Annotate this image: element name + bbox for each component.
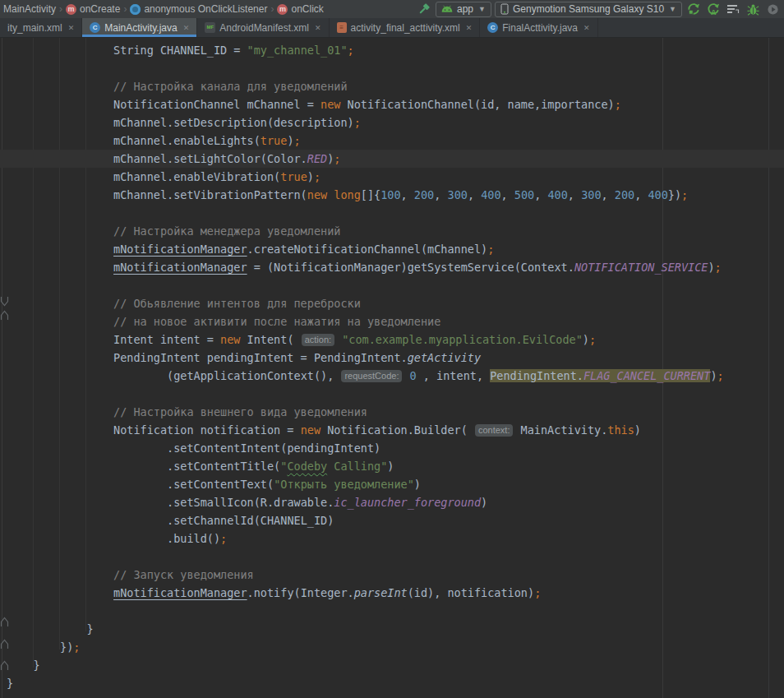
code-line: });: [0, 638, 784, 656]
code-token: .setContentText(: [167, 478, 274, 491]
code-line: [0, 548, 784, 566]
device-label: Genymotion Samsung Galaxy S10: [513, 3, 664, 15]
code-token: PendingIntent.: [490, 369, 583, 382]
code-line: .build();: [0, 529, 784, 548]
code-token: .createNotificationChannel(mChannel): [247, 243, 488, 256]
code-token: // Обьявление интентов для переброски: [113, 297, 361, 310]
code-token: .build(): [167, 532, 220, 545]
code-token: // Настройка канала для уведомлений: [113, 80, 347, 93]
run-configuration-dropdown[interactable]: app ▼: [436, 2, 491, 17]
code-token: NotificationChannel mChannel =: [113, 98, 321, 111]
code-token: ;: [717, 369, 724, 382]
code-token: PendingIntent pendingIntent = PendingInt…: [113, 351, 408, 364]
close-icon[interactable]: ✕: [583, 24, 590, 32]
code-token: .setSmallIcon(R.drawable.: [167, 496, 334, 509]
breadcrumb-item-oncreate[interactable]: monCreate: [66, 3, 120, 15]
code-token: ,: [602, 188, 615, 201]
tab-label: MainActivity.java: [104, 22, 177, 34]
code-token: mNotificationManager: [113, 586, 247, 599]
breadcrumb-label: MainActivity: [3, 3, 56, 15]
device-dropdown[interactable]: Genymotion Samsung Galaxy S10 ▼: [495, 2, 682, 17]
breadcrumb-separator-icon: ›: [270, 3, 274, 15]
apply-code-changes-button[interactable]: A: [705, 2, 722, 17]
code-token: ): [287, 134, 293, 147]
code-token: []{: [361, 188, 380, 201]
java-class-icon: C: [90, 22, 100, 33]
code-line: mChannel.enableVibration(true);: [0, 168, 784, 186]
code-token: 300: [448, 188, 468, 201]
code-line: }: [0, 674, 784, 692]
close-icon[interactable]: ✕: [183, 24, 190, 32]
layout-xml-file-icon: ≡: [337, 22, 347, 33]
code-token: String CHANNEL_ID =: [113, 44, 247, 57]
build-hammer-button[interactable]: [416, 2, 432, 17]
code-token: MainActivity.: [514, 423, 607, 437]
android-studio-window: { "breadcrumb": { "items": [ {"label": "…: [0, 0, 784, 698]
breadcrumb-item-mainactivity[interactable]: MainActivity: [3, 3, 56, 15]
code-token: mChannel.setVibrationPattern(: [113, 188, 307, 201]
code-token: .notify(Integer.: [247, 586, 354, 599]
close-icon[interactable]: ✕: [315, 24, 321, 32]
code-token: mNotificationManager: [113, 261, 247, 274]
breadcrumb-separator-icon: ›: [58, 3, 63, 15]
code-line: mChannel.setDescription(description);: [0, 113, 784, 132]
tab-activity_final_acttivity-xml[interactable]: ≡activity_final_acttivity.xml✕: [330, 18, 481, 37]
tab-label: ity_main.xml: [7, 22, 62, 34]
code-token: ): [481, 496, 487, 509]
code-token: .setContentTitle(: [167, 460, 280, 473]
apply-changes-button[interactable]: [685, 2, 702, 17]
code-token: 400: [547, 188, 567, 201]
code-area[interactable]: String CHANNEL_ID = "my_channel_01"; // …: [0, 41, 784, 692]
breadcrumb-item-anonymous-onclicklistener[interactable]: anonymous OnClickListener: [130, 3, 267, 15]
code-token: new: [301, 423, 321, 437]
profiler-button[interactable]: [725, 2, 741, 17]
close-icon[interactable]: ✕: [466, 24, 473, 32]
code-token: 200: [615, 188, 634, 201]
close-icon[interactable]: ✕: [68, 24, 75, 32]
code-token: "my_channel_01": [247, 44, 348, 57]
code-line: [0, 276, 784, 294]
editor-pane[interactable]: String CHANNEL_ID = "my_channel_01"; // …: [0, 38, 784, 698]
tab-label: AndroidManifest.xml: [219, 22, 309, 34]
code-token: Notification notification =: [113, 423, 301, 437]
code-token: getActivity: [408, 351, 481, 364]
tab-bar: ity_main.xml✕CMainActivity.java✕MFAndroi…: [0, 18, 784, 38]
code-token: true: [261, 134, 288, 147]
code-token: true: [280, 170, 307, 183]
code-token: = (NotificationManager)getSystemService(…: [247, 261, 574, 274]
tab-label: FinalActtivity.java: [502, 22, 578, 34]
profile-button[interactable]: [764, 2, 781, 17]
tab-MainActivity-java[interactable]: CMainActivity.java✕: [82, 18, 197, 37]
code-token: ic_launcher_foreground: [334, 496, 481, 509]
code-token: "Открыть уведомление": [274, 478, 414, 491]
code-token: NotificationChannel(id, name,importance): [340, 98, 614, 111]
code-line: .setChannelId(CHANNEL_ID): [0, 511, 784, 529]
method-icon: m: [66, 4, 76, 15]
code-token: "com.example.myapplication.EvilCode": [342, 333, 583, 346]
code-token: ): [583, 333, 589, 346]
code-token: ;: [220, 532, 227, 545]
tab-FinalActtivity-java[interactable]: CFinalActtivity.java✕: [480, 18, 597, 37]
code-token: ,: [501, 188, 514, 201]
code-token: FLAG_CANCEL_CURRENT: [583, 369, 710, 382]
parameter-hint: action:: [302, 334, 334, 346]
code-token: mChannel.setDescription(description): [113, 116, 354, 129]
tab-ity_main-xml[interactable]: ity_main.xml✕: [0, 18, 82, 37]
code-token: long: [334, 188, 361, 201]
code-token: ,: [434, 188, 447, 201]
code-token: ;: [681, 188, 688, 201]
code-token: ): [634, 423, 641, 437]
anonymous-class-icon: [130, 4, 141, 15]
debug-button[interactable]: [745, 2, 761, 17]
code-token: }: [34, 659, 40, 672]
code-token: parseInt: [354, 586, 408, 599]
code-token: mNotificationManager: [113, 243, 247, 256]
tab-AndroidManifest-xml[interactable]: MFAndroidManifest.xml✕: [197, 18, 329, 37]
breadcrumb-item-onclick[interactable]: monClick: [277, 3, 323, 15]
code-line: [0, 204, 784, 222]
chevron-down-icon: ▼: [478, 5, 486, 13]
code-token: // Настройка внешнего вида уведомления: [113, 405, 367, 418]
code-token: ): [414, 478, 421, 491]
breadcrumb-label: onClick: [291, 3, 323, 15]
code-token: ;: [73, 640, 80, 654]
